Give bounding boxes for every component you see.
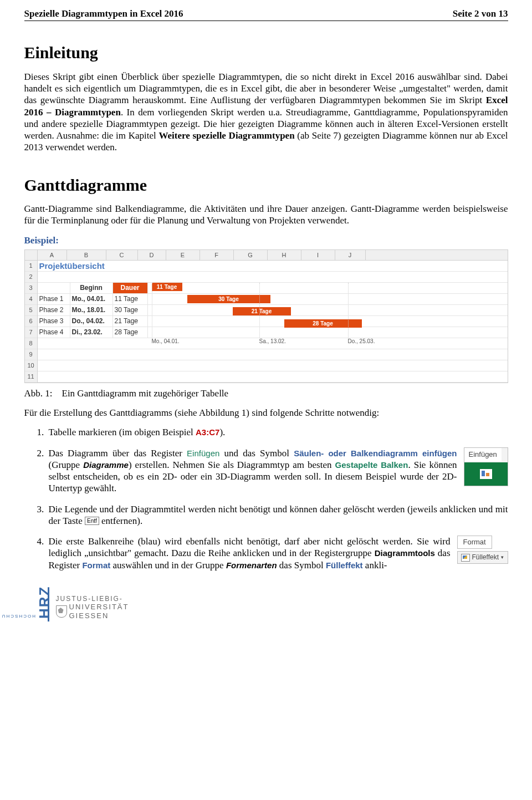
bar-chart-icon: [480, 469, 492, 479]
paint-bucket-icon: [461, 554, 470, 562]
excel-col-headers: A B C D E F G H I J: [25, 250, 508, 261]
steps-intro: Für die Erstellung des Ganttdiagramms (s…: [24, 407, 508, 419]
jlu-logo: JUSTUS-LIEBIG- UNIVERSITÄT GIESSEN: [56, 595, 129, 620]
hrz-logo: HRZ HOCHSCHULRECHENZENTRUM: [24, 574, 58, 591]
ribbon-snippet-insert: Einfügen: [464, 447, 508, 486]
heading-einleitung: Einleitung: [24, 42, 508, 63]
gantt-paragraph: Gantt-Diagramme sind Balkendiagramme, di…: [24, 203, 508, 227]
ribbon-snippet-format: Format Fülleffekt▾: [457, 536, 508, 564]
step-4: Die erste Balkenreihe (blau) wird ebenfa…: [47, 536, 508, 571]
gantt-axis: Mo., 04.01. Sa., 13.02. Do., 25.03.: [149, 338, 504, 349]
fill-effect-button: Fülleffekt▾: [457, 551, 508, 564]
university-shield-icon: [56, 605, 67, 618]
heading-gantt: Ganttdiagramme: [24, 175, 508, 196]
excel-screenshot: A B C D E F G H I J 1 2 3 4 5 6 7 8 9 10…: [24, 249, 508, 383]
footer-logo: HRZ HOCHSCHULRECHENZENTRUM JUSTUS-LIEBIG…: [24, 591, 508, 624]
steps-list: Tabelle markieren (im obigen Beispiel A3…: [24, 426, 508, 571]
step-3: Die Legende und der Diagrammtitel werden…: [47, 503, 508, 527]
excel-row-headers: 1 2 3 4 5 6 7 8 9 10 11: [25, 261, 38, 383]
sheet-title: Projektübersicht: [38, 261, 140, 271]
example-label: Beispiel:: [24, 235, 508, 246]
step-2: Das Diagramm über das Register Einfügen …: [47, 447, 508, 495]
intro-paragraph: Dieses Skript gibt einen Überblick über …: [24, 71, 508, 154]
key-entf: Entf: [85, 517, 99, 525]
header-right: Seite 2 von 13: [453, 8, 508, 19]
ribbon-tab-label: Einfügen: [464, 448, 502, 461]
step-1: Tabelle markieren (im obigen Beispiel A3…: [47, 426, 508, 438]
gantt-chart: 11 Tage 30 Tage 21 Tage 28 Tage Mo., 04.…: [149, 283, 504, 355]
ribbon-tab-label: Format: [457, 536, 492, 549]
header-left: Spezielle Diagrammtypen in Excel 2016: [24, 8, 183, 19]
figure-caption: Abb. 1: Ein Ganttdiagramm mit zugehörige…: [24, 388, 508, 399]
page-header: Spezielle Diagrammtypen in Excel 2016 Se…: [24, 8, 508, 21]
